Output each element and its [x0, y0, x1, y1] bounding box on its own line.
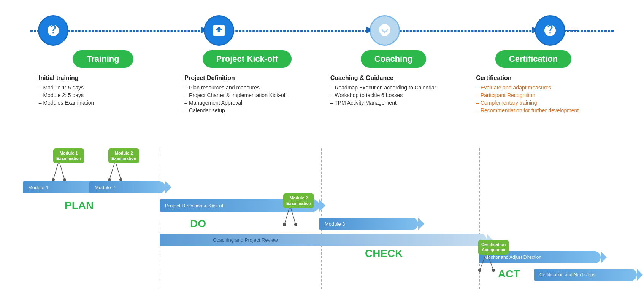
svg-line-8 — [284, 206, 290, 225]
mod2-exam-box-2: Module 2Examination — [283, 193, 314, 208]
kickoff-list: Plan resources and measures Project Char… — [184, 85, 314, 113]
cert-item-0: Evaluate and adapt measures — [476, 85, 605, 91]
mod2-exam-connector-1 — [106, 161, 144, 183]
act-label: ACT — [498, 268, 520, 280]
svg-line-0 — [53, 161, 59, 180]
cert-item-3: Recommendation for further development — [476, 107, 605, 113]
coaching-item-2: TPM Activity Management — [330, 100, 460, 106]
kickoff-item-1: Project Charter & Implementation Kick-of… — [184, 92, 314, 98]
svg-line-1 — [59, 161, 65, 180]
mod1-exam-box: Module 1Examination — [53, 148, 84, 163]
phase-label-training: Training — [73, 50, 133, 68]
timeline-node-training — [38, 15, 68, 46]
svg-point-15 — [492, 269, 495, 272]
kickoff-title: Project Definition — [184, 75, 314, 81]
svg-line-12 — [480, 252, 487, 270]
cert-item-1: Participant Recognition — [476, 92, 605, 98]
module1-bar-label: Module 1 — [28, 185, 48, 190]
content-training: Initial training Module 1: 5 days Module… — [35, 75, 172, 115]
timeline-row — [15, 15, 629, 46]
svg-line-13 — [487, 252, 493, 270]
kickoff-item-3: Calendar setup — [184, 107, 314, 113]
content-certification: Certification Evaluate and adapt measure… — [472, 75, 609, 115]
svg-point-10 — [283, 223, 286, 226]
svg-line-9 — [290, 206, 296, 225]
kickoff-circle — [204, 15, 234, 46]
module3-bar: Module 3 — [319, 218, 418, 230]
coaching-list: Roadmap Execution according to Calendar … — [330, 85, 460, 106]
phase-labels-row: Training Project Kick-off Coaching Certi… — [15, 46, 629, 68]
module3-bar-label: Module 3 — [325, 221, 345, 227]
svg-point-3 — [63, 178, 66, 181]
cert-nextsteps-label: Certification and Next steps — [539, 272, 595, 277]
cert-item-2: Complementary training — [476, 100, 605, 106]
svg-point-6 — [108, 178, 111, 181]
module2-bar-label: Module 2 — [95, 185, 115, 190]
svg-point-7 — [119, 178, 122, 181]
timeline-node-kickoff — [204, 15, 234, 46]
check-label: CHECK — [365, 247, 403, 260]
svg-point-11 — [294, 223, 297, 226]
svg-line-4 — [109, 161, 115, 180]
content-kickoff: Project Definition Plan resources and me… — [181, 75, 317, 115]
certification-circle — [535, 15, 565, 46]
mod1-exam-connector — [49, 161, 87, 183]
content-row: Initial training Module 1: 5 days Module… — [15, 68, 629, 115]
timeline-node-coaching — [370, 15, 400, 46]
project-def-bar-label: Project Definition & Kick off — [165, 203, 225, 209]
main-container: Training Project Kick-off Coaching Certi… — [0, 0, 644, 295]
phase-label-certification: Certification — [495, 50, 571, 68]
vline-1 — [160, 148, 160, 289]
training-item-0: Module 1: 5 days — [39, 85, 168, 91]
content-coaching: Coaching & Guidance Roadmap Execution ac… — [327, 75, 463, 115]
cert-accept-box: CertificationAcceptance — [478, 240, 509, 255]
mod2-exam-connector-2 — [281, 206, 319, 228]
timeline-node-certification — [535, 15, 565, 46]
coaching-review-label: Coaching and Project Review — [213, 237, 278, 243]
svg-line-5 — [115, 161, 121, 180]
training-item-2: Modules Examination — [39, 100, 168, 106]
cert-nextsteps-bar: Certification and Next steps — [534, 269, 637, 281]
coaching-title: Coaching & Guidance — [330, 75, 460, 81]
coaching-circle — [370, 15, 400, 46]
coaching-item-0: Roadmap Execution according to Calendar — [330, 85, 460, 91]
training-circle — [38, 15, 68, 46]
coaching-item-1: Workshop to tackle 6 Losses — [330, 92, 460, 98]
plan-label: PLAN — [65, 199, 94, 212]
certification-list: Evaluate and adapt measures Participant … — [476, 85, 605, 113]
kickoff-item-0: Plan resources and measures — [184, 85, 314, 91]
coaching-review-bar: Coaching and Project Review — [160, 234, 487, 246]
kickoff-item-2: Management Approval — [184, 100, 314, 106]
training-title: Initial training — [39, 75, 168, 81]
training-item-1: Module 2: 5 days — [39, 92, 168, 98]
svg-point-2 — [52, 178, 55, 181]
certification-title: Certification — [476, 75, 605, 81]
phase-label-kickoff: Project Kick-off — [203, 50, 292, 68]
mod2-exam-box-1: Module 2Examination — [108, 148, 139, 163]
phase-label-coaching: Coaching — [361, 50, 426, 68]
do-label: DO — [190, 218, 206, 230]
training-list: Module 1: 5 days Module 2: 5 days Module… — [39, 85, 168, 106]
svg-point-14 — [478, 269, 481, 272]
